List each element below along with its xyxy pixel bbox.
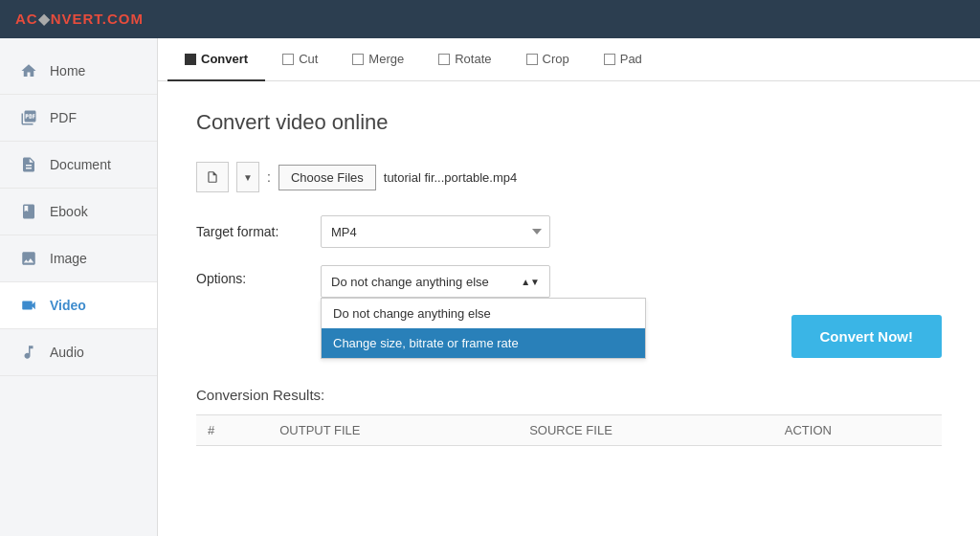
- choose-files-button[interactable]: Choose Files: [278, 165, 376, 190]
- conversion-results-section: Conversion Results: # OUTPUT FILE SOURCE…: [196, 387, 942, 446]
- ebook-icon: [19, 202, 38, 221]
- tab-merge[interactable]: Merge: [335, 38, 421, 81]
- options-container: Do not change anything else ▲▼ Do not ch…: [321, 265, 646, 298]
- tab-pad[interactable]: Pad: [587, 38, 659, 81]
- rotate-tab-icon: [438, 54, 450, 65]
- sidebar-item-home[interactable]: Home: [0, 48, 157, 95]
- video-icon: [19, 296, 38, 315]
- sidebar-item-image[interactable]: Image: [0, 235, 157, 282]
- sidebar-item-pdf[interactable]: PDF: [0, 95, 157, 142]
- tab-convert[interactable]: Convert: [167, 38, 265, 81]
- tab-rotate-label: Rotate: [455, 52, 491, 66]
- results-table: # OUTPUT FILE SOURCE FILE ACTION: [196, 414, 942, 446]
- file-row: ▼ : Choose Files tutorial fir...portable…: [196, 162, 942, 192]
- file-icon-button[interactable]: [196, 162, 229, 192]
- tabs-bar: Convert Cut Merge Rotate Crop Pad: [158, 38, 980, 81]
- options-dropdown[interactable]: Do not change anything else Change size,…: [321, 298, 646, 359]
- logo: AC◆NVERT.COM: [15, 11, 144, 28]
- sidebar-item-ebook[interactable]: Ebook: [0, 189, 157, 235]
- tab-cut-label: Cut: [299, 52, 318, 66]
- options-row: Options: Do not change anything else ▲▼ …: [196, 265, 942, 298]
- main-content: Convert Cut Merge Rotate Crop Pad: [158, 38, 980, 536]
- sidebar: Home PDF Document Ebook Image: [0, 38, 158, 536]
- convert-now-button[interactable]: Convert Now!: [791, 315, 943, 358]
- sidebar-item-audio-label: Audio: [50, 345, 84, 360]
- tab-cut[interactable]: Cut: [265, 38, 335, 81]
- audio-icon: [19, 343, 38, 362]
- page-area: Convert video online ▼ : Choose Files tu…: [158, 81, 980, 536]
- sidebar-item-document[interactable]: Document: [0, 142, 157, 189]
- image-icon: [19, 249, 38, 268]
- options-item-no-change[interactable]: Do not change anything else: [322, 299, 645, 328]
- tab-crop[interactable]: Crop: [509, 38, 587, 81]
- sidebar-item-pdf-label: PDF: [50, 110, 77, 125]
- options-chevron-icon: ▲▼: [521, 277, 540, 287]
- col-action: ACTION: [773, 415, 942, 446]
- selected-file-name: tutorial fir...portable.mp4: [384, 170, 517, 185]
- col-source-file: SOURCE FILE: [518, 415, 773, 446]
- sidebar-item-home-label: Home: [50, 63, 85, 78]
- file-colon-separator: :: [267, 169, 271, 185]
- body-wrapper: Home PDF Document Ebook Image: [0, 38, 980, 536]
- options-current-value: Do not change anything else: [331, 275, 489, 289]
- logo-separator: ◆: [38, 11, 51, 27]
- sidebar-item-document-label: Document: [50, 157, 111, 172]
- target-format-row: Target format: MP4 AVI MOV MKV WEBM: [196, 215, 942, 248]
- file-dropdown-button[interactable]: ▼: [236, 162, 259, 192]
- options-item-change-size[interactable]: Change size, bitrate or frame rate: [322, 328, 645, 358]
- target-format-select[interactable]: MP4 AVI MOV MKV WEBM: [321, 215, 550, 248]
- tab-rotate[interactable]: Rotate: [421, 38, 508, 81]
- cut-tab-icon: [282, 54, 294, 65]
- results-title: Conversion Results:: [196, 387, 942, 403]
- tab-merge-label: Merge: [368, 52, 404, 66]
- options-select-display[interactable]: Do not change anything else ▲▼: [321, 265, 550, 298]
- tab-pad-label: Pad: [620, 52, 642, 66]
- crop-tab-icon: [526, 54, 538, 65]
- pdf-icon: [19, 108, 38, 127]
- col-output-file: OUTPUT FILE: [268, 415, 518, 446]
- pad-tab-icon: [604, 54, 615, 65]
- sidebar-item-video[interactable]: Video: [0, 282, 157, 329]
- header: AC◆NVERT.COM: [0, 0, 980, 38]
- options-label: Options:: [196, 265, 321, 286]
- merge-tab-icon: [352, 54, 364, 65]
- convert-tab-icon: [185, 54, 196, 65]
- sidebar-item-video-label: Video: [50, 298, 86, 313]
- target-format-label: Target format:: [196, 224, 321, 239]
- logo-text: NVERT.COM: [51, 11, 144, 27]
- tab-convert-label: Convert: [201, 52, 248, 66]
- document-icon: [19, 155, 38, 174]
- tab-crop-label: Crop: [543, 52, 569, 66]
- sidebar-item-audio[interactable]: Audio: [0, 329, 157, 376]
- col-number: #: [196, 415, 268, 446]
- page-title: Convert video online: [196, 110, 942, 135]
- sidebar-item-ebook-label: Ebook: [50, 204, 88, 219]
- sidebar-item-image-label: Image: [50, 251, 87, 266]
- logo-accent: AC: [15, 11, 38, 27]
- home-icon: [19, 61, 38, 80]
